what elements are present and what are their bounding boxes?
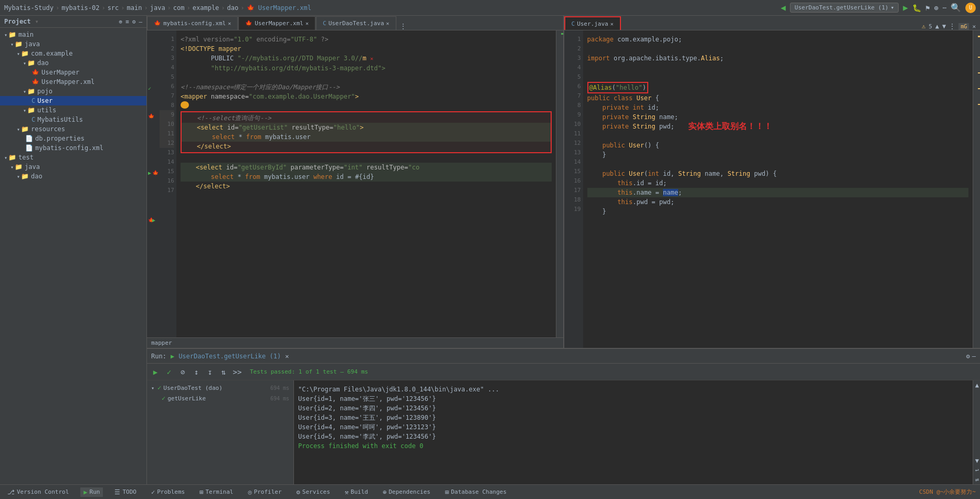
scroll-up-icon[interactable]: ▲: [974, 380, 980, 390]
up-arrow-icon[interactable]: ▲: [935, 23, 939, 30]
code-line: </select>: [181, 182, 552, 191]
mg-badge: mG: [958, 23, 969, 30]
close-sidebar-icon[interactable]: —: [139, 18, 142, 25]
bc-example[interactable]: example: [193, 4, 219, 12]
sidebar-item-utils[interactable]: ▾ 📁 utils: [0, 105, 146, 115]
sidebar-item-main[interactable]: ▾ 📁 main: [0, 30, 146, 39]
more-options-icon[interactable]: ⋮: [949, 23, 955, 30]
rerun-button[interactable]: ↕: [191, 367, 202, 377]
expand-button[interactable]: ⇅: [218, 367, 229, 377]
bottom-run[interactable]: ▶ Run: [80, 487, 103, 497]
close-tab-icon[interactable]: ✕: [228, 20, 231, 26]
bc-module[interactable]: mybatis-02: [61, 4, 99, 12]
coverage-button[interactable]: ⚑: [925, 4, 930, 12]
java-tab-icon: C: [323, 20, 326, 27]
chevron-down-icon: ▾: [891, 4, 894, 11]
sort-button[interactable]: ↧: [205, 367, 215, 377]
bottom-todo[interactable]: ☰ TODO: [111, 487, 140, 497]
bc-main[interactable]: main: [127, 4, 142, 12]
bottom-profiler[interactable]: ◎ Profiler: [245, 487, 284, 497]
database-icon: ⊞: [445, 489, 449, 496]
bottom-problems[interactable]: ✓ Problems: [148, 487, 188, 497]
sidebar-item-usermapper-xml[interactable]: 🍁 UserMapper.xml: [0, 77, 146, 87]
tab-usermapper-xml[interactable]: 🍁 UserMapper.xml ✕: [238, 16, 315, 30]
bottom-database-changes[interactable]: ⊞ Database Changes: [442, 487, 510, 497]
run-panel: Run: ▶ UserDaoTest.getUserLike (1) ✕ ⚙ —…: [147, 348, 980, 484]
code-line: public class User {: [587, 93, 969, 103]
bottom-version-control[interactable]: ⎇ Version Control: [4, 487, 72, 497]
bc-src[interactable]: src: [108, 4, 119, 12]
check-button[interactable]: ✓: [164, 367, 174, 377]
debug-button[interactable]: 🐛: [912, 4, 921, 12]
tab-userdaotest[interactable]: C UserDaoTest.java ✕: [316, 16, 396, 30]
sidebar-item-db-props[interactable]: 📄 db.properties: [0, 134, 146, 143]
bottom-terminal[interactable]: ⊞ Terminal: [196, 487, 236, 497]
right-code-content[interactable]: 实体类上取别名！！！ package com.example.pojo; imp…: [583, 30, 973, 348]
sidebar-item-test-java[interactable]: ▾ 📁 java: [0, 162, 146, 172]
dependencies-icon: ⊕: [383, 489, 386, 496]
sidebar-item-mybatis-config[interactable]: 📄 mybatis-config.xml: [0, 143, 146, 153]
more-button[interactable]: >>: [232, 367, 243, 377]
close-tab-icon[interactable]: ✕: [610, 21, 614, 27]
sidebar-item-dao[interactable]: ▾ 📁 dao: [0, 58, 146, 68]
sidebar-dropdown-icon[interactable]: ▾: [35, 18, 39, 25]
run-button[interactable]: ▶: [903, 3, 908, 13]
scroll-wrap-icon[interactable]: ↩: [974, 465, 980, 475]
sidebar-item-usermapper[interactable]: 🍁 UserMapper: [0, 68, 146, 77]
xml-tab-icon: 🍁: [245, 20, 252, 27]
expand-arrow: ▾: [23, 89, 26, 94]
bc-dao[interactable]: dao: [227, 4, 239, 12]
test-node-getuserlike[interactable]: ✓ getUserLike 694 ms: [147, 393, 293, 404]
code-line: [587, 160, 969, 169]
bc-java[interactable]: java: [150, 4, 165, 12]
nav-back-icon[interactable]: ◀: [781, 3, 786, 13]
test-folder-icon: 📁: [8, 154, 16, 161]
sidebar-item-test-dao[interactable]: ▾ 📁 dao: [0, 172, 146, 181]
stop-button[interactable]: ⊘: [177, 367, 188, 377]
settings-icon[interactable]: ⚙: [132, 18, 136, 25]
project-sidebar: Project ▾ ⊕ ≡ ⚙ — ▾ 📁 main ▾ 📁 java: [0, 16, 147, 484]
sidebar-item-resources[interactable]: ▾ 📁 resources: [0, 124, 146, 134]
tab-mybatis-config[interactable]: 🍁 mybatis-config.xml ✕: [147, 16, 238, 30]
settings-icon[interactable]: ⚙: [966, 353, 970, 360]
profile-button[interactable]: ⊕: [934, 4, 938, 12]
code-line: PUBLIC "-//mybatis.org//DTD Mapper 3.0//…: [181, 54, 552, 63]
bc-com[interactable]: com: [173, 4, 185, 12]
warning-count: 5: [929, 23, 932, 30]
bc-project[interactable]: Mybatis-Study: [4, 4, 54, 12]
sidebar-item-test[interactable]: ▾ 📁 test: [0, 153, 146, 162]
sidebar-item-com-example[interactable]: ▾ 📁 com.example: [0, 49, 146, 58]
tab-user-java[interactable]: C User.java ✕: [564, 16, 621, 30]
problems-icon: ✓: [151, 489, 155, 496]
sidebar-item-user[interactable]: C User: [0, 96, 146, 105]
test-node-userdaotest[interactable]: ▾ ✓ UserDaoTest (dao) 694 ms: [147, 383, 293, 393]
test-method-name: getUserLike: [167, 395, 206, 402]
tree-label: utils: [37, 107, 56, 114]
more-run-button[interactable]: ⋯: [943, 4, 946, 12]
close-run-tab-icon[interactable]: ✕: [285, 353, 289, 360]
more-tabs-button[interactable]: ⋮: [397, 23, 409, 30]
locate-icon[interactable]: ⊕: [119, 18, 123, 25]
xml-tab-icon: 🍁: [154, 20, 161, 27]
run-config[interactable]: UserDaoTest.getUserLike (1) ▾: [790, 3, 899, 13]
close-pane-icon[interactable]: ✕: [972, 23, 976, 30]
play-button[interactable]: ▶: [150, 367, 161, 377]
bottom-build[interactable]: ⚒ Build: [342, 487, 371, 497]
scroll-down-icon[interactable]: ▼: [974, 456, 980, 465]
scroll-wrap2-icon[interactable]: ⇌: [974, 475, 980, 484]
close-tab-icon[interactable]: ✕: [386, 20, 389, 26]
search-button[interactable]: 🔍: [951, 3, 961, 13]
sidebar-item-mybatisutils[interactable]: C MybatisUtils: [0, 115, 146, 124]
tree-label: UserMapper: [41, 69, 79, 76]
output-line: User{id=5, name='李武', pwd='123456'}: [298, 432, 968, 441]
left-code-content[interactable]: <?xml version="1.0" encoding="UTF-8" ?> …: [176, 30, 556, 337]
minimize-icon[interactable]: —: [972, 353, 976, 360]
bottom-services[interactable]: ⚙ Services: [293, 487, 333, 497]
sidebar-item-pojo[interactable]: ▾ 📁 pojo: [0, 87, 146, 96]
code-line: "http://mybatis.org/dtd/mybatis-3-mapper…: [181, 63, 552, 73]
bottom-dependencies[interactable]: ⊕ Dependencies: [380, 487, 434, 497]
down-arrow-icon[interactable]: ▼: [942, 23, 946, 30]
collapse-icon[interactable]: ≡: [125, 18, 129, 25]
sidebar-item-java[interactable]: ▾ 📁 java: [0, 39, 146, 49]
close-tab-icon[interactable]: ✕: [305, 20, 309, 26]
